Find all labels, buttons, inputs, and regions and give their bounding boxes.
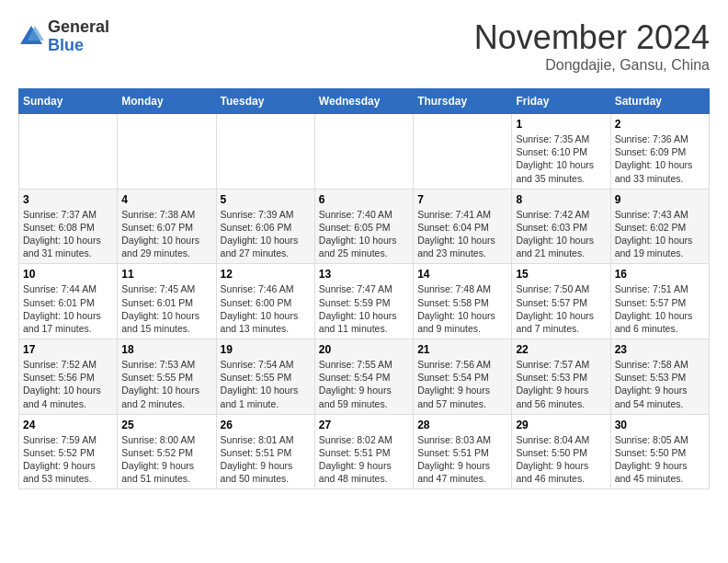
calendar-cell: 12Sunrise: 7:46 AM Sunset: 6:00 PM Dayli…	[216, 264, 314, 339]
calendar-header: SundayMondayTuesdayWednesdayThursdayFrid…	[19, 89, 710, 114]
calendar-cell: 5Sunrise: 7:39 AM Sunset: 6:06 PM Daylig…	[216, 189, 314, 264]
calendar-cell: 7Sunrise: 7:41 AM Sunset: 6:04 PM Daylig…	[414, 189, 512, 264]
day-info: Sunrise: 7:37 AM Sunset: 6:08 PM Dayligh…	[23, 208, 113, 260]
day-number: 9	[615, 193, 705, 206]
day-info: Sunrise: 7:48 AM Sunset: 5:58 PM Dayligh…	[417, 282, 507, 335]
day-number: 2	[615, 118, 705, 131]
day-number: 27	[319, 419, 409, 431]
calendar-cell: 9Sunrise: 7:43 AM Sunset: 6:02 PM Daylig…	[610, 189, 709, 264]
calendar-cell: 19Sunrise: 7:54 AM Sunset: 5:55 PM Dayli…	[216, 339, 314, 415]
weekday-header-thursday: Thursday	[414, 89, 512, 114]
day-number: 30	[615, 419, 705, 431]
calendar-cell: 15Sunrise: 7:50 AM Sunset: 5:57 PM Dayli…	[512, 264, 610, 339]
day-number: 16	[615, 268, 705, 281]
weekday-header-wednesday: Wednesday	[314, 89, 413, 114]
day-info: Sunrise: 7:41 AM Sunset: 6:04 PM Dayligh…	[417, 208, 507, 260]
calendar-cell: 23Sunrise: 7:58 AM Sunset: 5:53 PM Dayli…	[610, 339, 709, 415]
day-info: Sunrise: 7:38 AM Sunset: 6:07 PM Dayligh…	[121, 208, 211, 260]
day-number: 14	[417, 268, 507, 281]
day-number: 17	[23, 343, 113, 356]
day-number: 13	[319, 268, 409, 281]
day-info: Sunrise: 7:56 AM Sunset: 5:54 PM Dayligh…	[417, 358, 507, 410]
calendar-cell: 18Sunrise: 7:53 AM Sunset: 5:55 PM Dayli…	[118, 339, 216, 415]
calendar-cell	[19, 114, 118, 190]
day-number: 20	[319, 343, 409, 356]
day-number: 11	[121, 268, 211, 281]
day-info: Sunrise: 7:53 AM Sunset: 5:55 PM Dayligh…	[121, 358, 211, 410]
calendar-cell: 14Sunrise: 7:48 AM Sunset: 5:58 PM Dayli…	[414, 264, 512, 339]
logo: General Blue	[18, 18, 109, 55]
calendar-cell: 24Sunrise: 7:59 AM Sunset: 5:52 PM Dayli…	[19, 414, 118, 489]
calendar-week-1: 1Sunrise: 7:35 AM Sunset: 6:10 PM Daylig…	[19, 114, 710, 190]
weekday-header-row: SundayMondayTuesdayWednesdayThursdayFrid…	[19, 89, 710, 114]
calendar-cell	[216, 114, 314, 190]
calendar-cell: 20Sunrise: 7:55 AM Sunset: 5:54 PM Dayli…	[314, 339, 413, 415]
day-info: Sunrise: 7:52 AM Sunset: 5:56 PM Dayligh…	[23, 358, 113, 410]
day-number: 23	[615, 343, 705, 356]
location: Dongdajie, Gansu, China	[474, 57, 710, 74]
day-info: Sunrise: 7:42 AM Sunset: 6:03 PM Dayligh…	[516, 208, 606, 260]
day-info: Sunrise: 7:39 AM Sunset: 6:06 PM Dayligh…	[221, 208, 311, 260]
day-number: 24	[23, 419, 113, 431]
day-number: 18	[121, 343, 211, 356]
month-title: November 2024	[474, 18, 710, 57]
calendar-week-5: 24Sunrise: 7:59 AM Sunset: 5:52 PM Dayli…	[19, 414, 710, 489]
calendar-table: SundayMondayTuesdayWednesdayThursdayFrid…	[18, 88, 710, 489]
day-info: Sunrise: 7:59 AM Sunset: 5:52 PM Dayligh…	[23, 433, 113, 486]
calendar-cell: 1Sunrise: 7:35 AM Sunset: 6:10 PM Daylig…	[512, 114, 610, 190]
calendar-cell: 26Sunrise: 8:01 AM Sunset: 5:51 PM Dayli…	[216, 414, 314, 489]
calendar-cell: 21Sunrise: 7:56 AM Sunset: 5:54 PM Dayli…	[414, 339, 512, 415]
day-number: 6	[319, 193, 409, 206]
calendar-cell: 25Sunrise: 8:00 AM Sunset: 5:52 PM Dayli…	[118, 414, 216, 489]
calendar-cell: 10Sunrise: 7:44 AM Sunset: 6:01 PM Dayli…	[19, 264, 118, 339]
calendar-cell: 29Sunrise: 8:04 AM Sunset: 5:50 PM Dayli…	[512, 414, 610, 489]
calendar-body: 1Sunrise: 7:35 AM Sunset: 6:10 PM Daylig…	[19, 114, 710, 489]
day-number: 26	[221, 419, 311, 431]
day-info: Sunrise: 7:57 AM Sunset: 5:53 PM Dayligh…	[516, 358, 606, 410]
day-number: 28	[417, 419, 507, 431]
calendar-cell	[414, 114, 512, 190]
day-info: Sunrise: 7:40 AM Sunset: 6:05 PM Dayligh…	[319, 208, 409, 260]
calendar-week-4: 17Sunrise: 7:52 AM Sunset: 5:56 PM Dayli…	[19, 339, 710, 415]
day-info: Sunrise: 7:54 AM Sunset: 5:55 PM Dayligh…	[221, 358, 311, 410]
day-number: 15	[516, 268, 606, 281]
day-number: 5	[221, 193, 311, 206]
day-info: Sunrise: 7:47 AM Sunset: 5:59 PM Dayligh…	[319, 282, 409, 335]
day-info: Sunrise: 7:55 AM Sunset: 5:54 PM Dayligh…	[319, 358, 409, 410]
day-info: Sunrise: 8:03 AM Sunset: 5:51 PM Dayligh…	[417, 433, 507, 486]
day-number: 25	[121, 419, 211, 431]
title-block: November 2024 Dongdajie, Gansu, China	[474, 18, 710, 74]
day-info: Sunrise: 7:51 AM Sunset: 5:57 PM Dayligh…	[615, 282, 705, 335]
calendar-cell: 17Sunrise: 7:52 AM Sunset: 5:56 PM Dayli…	[19, 339, 118, 415]
calendar-cell: 22Sunrise: 7:57 AM Sunset: 5:53 PM Dayli…	[512, 339, 610, 415]
day-info: Sunrise: 7:58 AM Sunset: 5:53 PM Dayligh…	[615, 358, 705, 410]
calendar-cell	[314, 114, 413, 190]
calendar-cell: 16Sunrise: 7:51 AM Sunset: 5:57 PM Dayli…	[610, 264, 709, 339]
logo-blue: Blue	[48, 37, 109, 55]
weekday-header-saturday: Saturday	[610, 89, 709, 114]
day-info: Sunrise: 7:43 AM Sunset: 6:02 PM Dayligh…	[615, 208, 705, 260]
day-number: 12	[221, 268, 311, 281]
calendar-cell: 30Sunrise: 8:05 AM Sunset: 5:50 PM Dayli…	[610, 414, 709, 489]
calendar-cell: 6Sunrise: 7:40 AM Sunset: 6:05 PM Daylig…	[314, 189, 413, 264]
page-header: General Blue November 2024 Dongdajie, Ga…	[18, 18, 710, 74]
calendar-cell: 4Sunrise: 7:38 AM Sunset: 6:07 PM Daylig…	[118, 189, 216, 264]
logo-text: General Blue	[48, 18, 109, 55]
day-number: 10	[23, 268, 113, 281]
day-info: Sunrise: 7:44 AM Sunset: 6:01 PM Dayligh…	[23, 282, 113, 335]
day-info: Sunrise: 8:02 AM Sunset: 5:51 PM Dayligh…	[319, 433, 409, 486]
weekday-header-tuesday: Tuesday	[216, 89, 314, 114]
day-number: 4	[121, 193, 211, 206]
calendar-cell: 11Sunrise: 7:45 AM Sunset: 6:01 PM Dayli…	[118, 264, 216, 339]
calendar-cell: 27Sunrise: 8:02 AM Sunset: 5:51 PM Dayli…	[314, 414, 413, 489]
day-info: Sunrise: 8:05 AM Sunset: 5:50 PM Dayligh…	[615, 433, 705, 486]
weekday-header-friday: Friday	[512, 89, 610, 114]
calendar-cell: 8Sunrise: 7:42 AM Sunset: 6:03 PM Daylig…	[512, 189, 610, 264]
calendar-cell: 2Sunrise: 7:36 AM Sunset: 6:09 PM Daylig…	[610, 114, 709, 190]
day-number: 1	[516, 118, 606, 131]
calendar-cell: 3Sunrise: 7:37 AM Sunset: 6:08 PM Daylig…	[19, 189, 118, 264]
calendar-cell: 13Sunrise: 7:47 AM Sunset: 5:59 PM Dayli…	[314, 264, 413, 339]
day-number: 7	[417, 193, 507, 206]
day-info: Sunrise: 7:46 AM Sunset: 6:00 PM Dayligh…	[221, 282, 311, 335]
calendar-cell: 28Sunrise: 8:03 AM Sunset: 5:51 PM Dayli…	[414, 414, 512, 489]
